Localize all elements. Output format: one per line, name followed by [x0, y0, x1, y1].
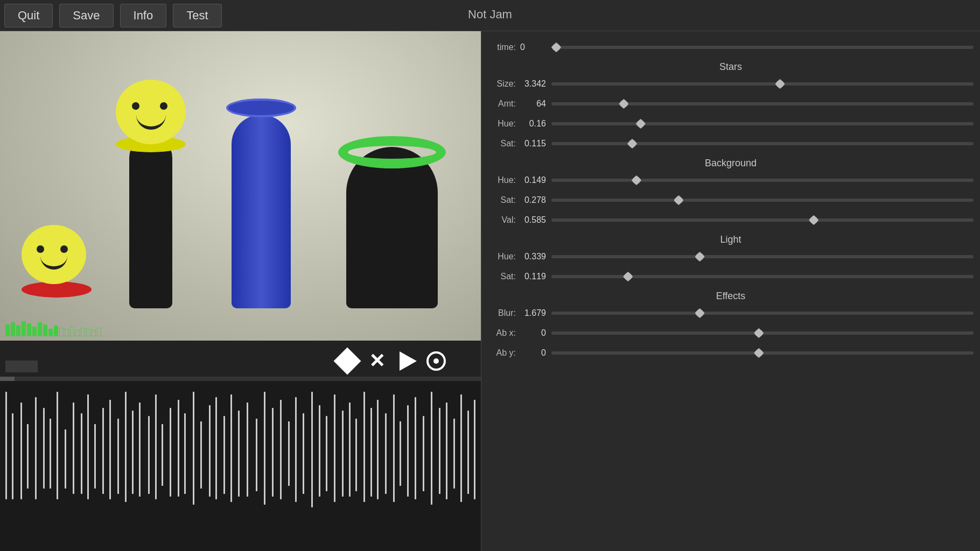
stars-hue-slider[interactable]: [551, 122, 974, 125]
effects-abx-label: Ab x:: [488, 328, 520, 338]
bg-sat-label: Sat:: [488, 195, 520, 205]
progress-fill: [0, 377, 15, 381]
effects-blur-label: Blur:: [488, 308, 520, 318]
blue-cylinder: [232, 115, 291, 308]
light-hue-row: Hue: 0.339: [488, 248, 974, 265]
bg-val-value: 0.585: [520, 215, 551, 225]
test-button[interactable]: Test: [173, 4, 221, 27]
effects-abx-thumb[interactable]: [754, 328, 764, 338]
app-title: Not Jam: [468, 8, 512, 22]
time-value: 0: [520, 43, 551, 52]
effects-aby-thumb[interactable]: [754, 348, 764, 358]
light-hue-thumb[interactable]: [695, 252, 705, 262]
stars-hue-label: Hue:: [488, 119, 520, 129]
time-thumb[interactable]: [551, 43, 561, 52]
vu-bar-5: [27, 323, 31, 336]
bg-val-slider[interactable]: [551, 218, 974, 222]
save-button[interactable]: Save: [59, 4, 113, 27]
record-button[interactable]: [421, 346, 451, 376]
bg-sat-slider[interactable]: [551, 199, 974, 202]
light-hue-slider[interactable]: [551, 255, 974, 258]
stars-sat-row: Sat: 0.115: [488, 135, 974, 152]
effects-blur-slider[interactable]: [551, 312, 974, 315]
bg-val-label: Val:: [488, 215, 520, 225]
stars-size-thumb[interactable]: [775, 79, 785, 89]
vu-bar-12: [65, 329, 69, 336]
stars-hue-value: 0.16: [520, 119, 551, 129]
stars-sat-thumb[interactable]: [627, 139, 637, 149]
light-sat-thumb[interactable]: [623, 272, 633, 281]
vu-bar-13: [70, 327, 74, 336]
char-mid-mouth: [136, 115, 166, 130]
light-sat-value: 0.119: [520, 272, 551, 281]
left-panel: ✕: [0, 31, 481, 551]
char-mid-cylinder: [129, 136, 172, 308]
time-row: time: 0: [488, 39, 974, 56]
vu-bar-7: [38, 322, 42, 336]
stars-size-slider[interactable]: [551, 82, 974, 86]
stars-sat-slider[interactable]: [551, 142, 974, 145]
vu-bar-17: [92, 330, 96, 336]
char-left-head: [22, 225, 86, 284]
effects-blur-value: 1.679: [520, 308, 551, 318]
stars-amt-label: Amt:: [488, 99, 520, 109]
char-left-eye-right: [60, 245, 68, 253]
x-icon: ✕: [369, 350, 385, 372]
light-sat-label: Sat:: [488, 272, 520, 281]
stars-size-label: Size:: [488, 79, 520, 89]
effects-blur-thumb[interactable]: [695, 308, 705, 318]
toolbar: Quit Save Info Test Not Jam: [0, 0, 980, 31]
bg-val-row: Val: 0.585: [488, 211, 974, 229]
light-hue-value: 0.339: [520, 252, 551, 262]
bg-hue-slider[interactable]: [551, 179, 974, 182]
bg-hue-value: 0.149: [520, 175, 551, 185]
vu-bar-8: [43, 324, 47, 336]
play-button[interactable]: [391, 346, 422, 376]
bg-hue-row: Hue: 0.149: [488, 172, 974, 189]
bg-sat-thumb[interactable]: [674, 195, 683, 205]
effects-aby-row: Ab y: 0: [488, 344, 974, 362]
bg-hue-label: Hue:: [488, 175, 520, 185]
effects-blur-row: Blur: 1.679: [488, 305, 974, 322]
green-cylinder: [346, 147, 438, 308]
time-slider[interactable]: [551, 46, 974, 49]
time-label: time:: [488, 43, 520, 52]
timeline-notes: [0, 381, 481, 526]
x-button[interactable]: ✕: [362, 346, 392, 376]
vu-bar-10: [54, 326, 58, 336]
right-panel: time: 0 Stars Size: 3.342 Amt: 64 Hue: 0…: [481, 31, 980, 551]
bg-val-thumb[interactable]: [809, 215, 818, 225]
transport-bar: ✕: [0, 341, 481, 381]
quit-button[interactable]: Quit: [4, 4, 53, 27]
effects-aby-slider[interactable]: [551, 351, 974, 355]
progress-strip[interactable]: [0, 377, 481, 381]
stars-hue-thumb[interactable]: [636, 119, 646, 129]
stars-size-row: Size: 3.342: [488, 75, 974, 93]
vu-bar-4: [22, 321, 26, 336]
effects-abx-value: 0: [520, 328, 551, 338]
effects-aby-value: 0: [520, 348, 551, 358]
vu-bar-6: [32, 327, 37, 336]
light-sat-row: Sat: 0.119: [488, 268, 974, 285]
vu-meter: [5, 320, 101, 336]
vu-bar-3: [16, 326, 20, 336]
light-sat-slider[interactable]: [551, 275, 974, 278]
vu-bar-18: [97, 328, 101, 336]
stars-amt-slider[interactable]: [551, 102, 974, 105]
effects-aby-label: Ab y:: [488, 348, 520, 358]
stars-sat-label: Sat:: [488, 139, 520, 149]
bg-sat-value: 0.278: [520, 195, 551, 205]
bg-hue-thumb[interactable]: [632, 175, 641, 185]
effects-abx-slider[interactable]: [551, 331, 974, 335]
stars-amt-thumb[interactable]: [619, 99, 628, 109]
vu-bar-16: [86, 329, 90, 336]
bg-sat-row: Sat: 0.278: [488, 192, 974, 209]
info-button[interactable]: Info: [120, 4, 167, 27]
vu-bar-15: [81, 328, 85, 336]
main-layout: ✕ time: 0 Stars: [0, 31, 980, 551]
scene: [0, 31, 481, 341]
char-mid-head: [116, 80, 186, 144]
diamond-button[interactable]: [332, 346, 362, 376]
stars-sat-value: 0.115: [520, 139, 551, 149]
timeline[interactable]: [0, 381, 481, 551]
